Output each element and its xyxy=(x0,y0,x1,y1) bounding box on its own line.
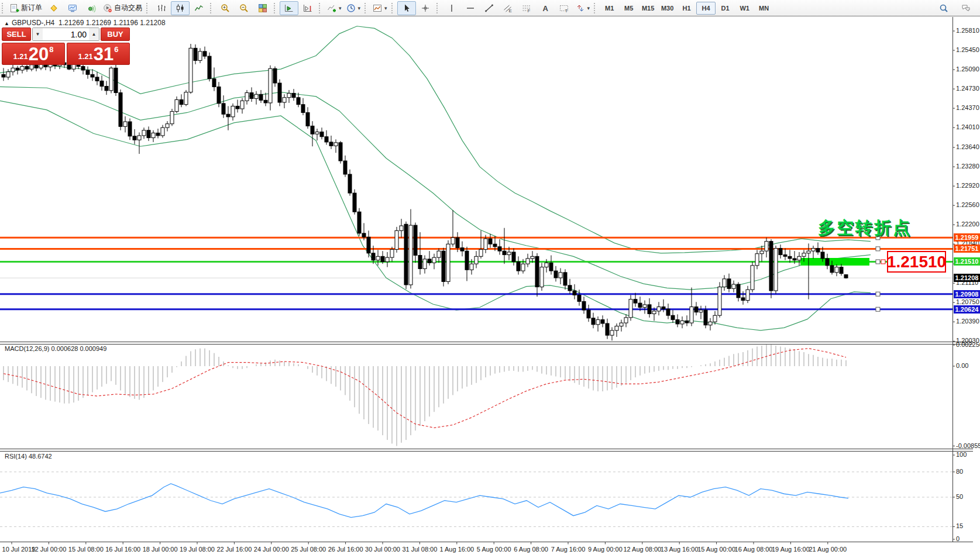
line-chart-button[interactable] xyxy=(190,1,208,15)
chart-shift-button[interactable] xyxy=(298,1,317,15)
rsi-scale-label: 50 xyxy=(956,493,963,500)
auto-scroll-button[interactable] xyxy=(280,1,298,15)
price-tick-label: 1.23640 xyxy=(956,143,979,150)
toolbar-group-grip xyxy=(319,3,323,13)
svg-text:F: F xyxy=(527,8,530,13)
date-tick-label: 15 Aug 00:00 xyxy=(697,546,735,553)
chart-canvas[interactable] xyxy=(0,0,980,558)
timeframe-m30-button[interactable]: M30 xyxy=(658,2,677,15)
timeframe-h1-button[interactable]: H1 xyxy=(677,2,696,15)
volume-increase-button[interactable]: ▲ xyxy=(89,28,99,40)
sell-label-button[interactable]: SELL xyxy=(2,27,31,41)
sell-price-button[interactable]: 1.21 20 8 xyxy=(2,43,65,65)
chat-icon xyxy=(961,4,971,13)
metaeditor-button[interactable] xyxy=(44,1,63,15)
metaeditor-icon xyxy=(49,4,59,13)
arrows-dropdown-caret[interactable]: ▾ xyxy=(587,5,590,11)
search-button[interactable] xyxy=(934,1,953,15)
periods-dropdown-caret[interactable]: ▾ xyxy=(358,5,361,11)
periods-button[interactable]: ▾ xyxy=(344,1,363,15)
rsi-indicator-label: RSI(14) 48.6742 xyxy=(5,453,52,460)
date-tick-label: 10 Jul 2019 xyxy=(2,546,36,553)
symbol-period-label: GBPUSD-,H4 xyxy=(12,19,54,27)
new-order-button[interactable]: 新订单 xyxy=(8,1,44,15)
mt4-window: 新订单自动交易▾▾▾EFAT▾M1M5M15M30H1H4D1W1MN ▲GBP… xyxy=(0,0,980,558)
search-icon xyxy=(939,4,948,13)
buy-price-button[interactable]: 1.21 31 6 xyxy=(67,43,130,65)
timeframe-m5-button[interactable]: M5 xyxy=(619,2,638,15)
date-tick-label: 16 Aug 08:00 xyxy=(735,546,773,553)
auto-scroll-icon xyxy=(284,4,294,13)
indicators-dropdown-caret[interactable]: ▾ xyxy=(339,5,342,11)
fibonacci-button[interactable]: F xyxy=(517,1,536,15)
market-watch-button[interactable] xyxy=(63,1,82,15)
templates-button[interactable]: ▾ xyxy=(370,1,390,15)
bar-chart-button[interactable] xyxy=(152,1,171,15)
signals-button[interactable] xyxy=(82,1,101,15)
timeframe-w1-button[interactable]: W1 xyxy=(735,2,754,15)
indicators-button[interactable]: ▾ xyxy=(325,1,344,15)
trendline-icon xyxy=(484,4,494,13)
date-tick-label: 22 Jul 16:00 xyxy=(216,546,252,553)
horizontal-line-button[interactable] xyxy=(461,1,480,15)
price-tick-label: 1.22920 xyxy=(956,182,979,189)
macd-indicator-label: MACD(12,26,9) 0.000628 0.000949 xyxy=(5,345,106,352)
chart-annotation-text[interactable]: 多空转折点 xyxy=(818,216,935,240)
timeframe-mn-button[interactable]: MN xyxy=(754,2,773,15)
zoom-out-button[interactable] xyxy=(235,1,253,15)
autotrading-button[interactable]: 自动交易 xyxy=(101,1,145,15)
templates-dropdown-caret[interactable]: ▾ xyxy=(384,5,387,11)
price-tick-label: 1.20750 xyxy=(956,298,979,305)
price-tick-label: 1.25090 xyxy=(956,66,979,73)
price-tick-label: 1.22200 xyxy=(956,221,979,228)
chart-shift-icon xyxy=(303,4,312,13)
price-tick-label: 1.24730 xyxy=(956,85,979,92)
timeframe-d1-button[interactable]: D1 xyxy=(716,2,735,15)
vline-icon xyxy=(447,4,456,13)
vertical-line-button[interactable] xyxy=(442,1,461,15)
templates-icon xyxy=(373,4,382,13)
highlight-trend-bar[interactable] xyxy=(800,258,869,266)
tile-windows-icon xyxy=(258,4,267,13)
price-tag-annotation[interactable]: 1.21510 xyxy=(887,251,946,273)
sell-price-base: 1.21 xyxy=(13,52,27,61)
text-label-button[interactable]: T xyxy=(555,1,573,15)
collapse-trade-panel-icon[interactable]: ▲ xyxy=(4,20,9,26)
volume-decrease-button[interactable]: ▼ xyxy=(33,28,43,40)
price-tick-label: 1.20390 xyxy=(956,318,979,325)
date-tick-label: 21 Aug 00:00 xyxy=(809,546,847,553)
crosshair-button[interactable] xyxy=(416,1,435,15)
svg-text:T: T xyxy=(565,8,568,13)
zoom-in-button[interactable] xyxy=(216,1,235,15)
svg-text:A: A xyxy=(542,4,548,13)
price-tick-label: 1.22560 xyxy=(956,201,979,208)
toolbar-group-grip xyxy=(274,3,278,13)
autotrading-label: 自动交易 xyxy=(114,3,142,13)
toolbar-group-grip xyxy=(365,3,369,13)
new-order-icon xyxy=(10,4,19,13)
level-price-chip: 1.21510 xyxy=(954,257,980,266)
candle-chart-icon xyxy=(176,4,185,13)
date-tick-label: 15 Jul 08:00 xyxy=(68,546,104,553)
current-price-chip: 1.21208 xyxy=(954,274,980,282)
toolbar-group-grip xyxy=(2,3,6,13)
timeframe-m1-button[interactable]: M1 xyxy=(600,2,619,15)
equidistant-channel-button[interactable]: E xyxy=(498,1,517,15)
tile-windows-button[interactable] xyxy=(253,1,272,15)
arrows-button[interactable]: ▾ xyxy=(573,1,593,15)
timeframe-m15-button[interactable]: M15 xyxy=(638,2,658,15)
one-click-trade-panel: SELL ▼ ▲ BUY 1.21 20 8 1.21 31 6 xyxy=(2,27,130,65)
timeframe-h4-button[interactable]: H4 xyxy=(696,2,716,15)
text-button[interactable]: A xyxy=(536,1,555,15)
rsi-scale-label: 15 xyxy=(956,522,963,529)
indicators-icon xyxy=(327,4,336,13)
toolbar-group-grip xyxy=(594,3,598,13)
new-order-label: 新订单 xyxy=(21,3,42,13)
trendline-button[interactable] xyxy=(480,1,498,15)
buy-label-button[interactable]: BUY xyxy=(101,27,130,41)
chat-button[interactable] xyxy=(957,1,975,15)
cursor-button[interactable] xyxy=(397,1,416,15)
volume-input[interactable] xyxy=(43,28,89,40)
candle-chart-button[interactable] xyxy=(171,1,190,15)
volume-stepper: ▼ ▲ xyxy=(32,27,99,41)
